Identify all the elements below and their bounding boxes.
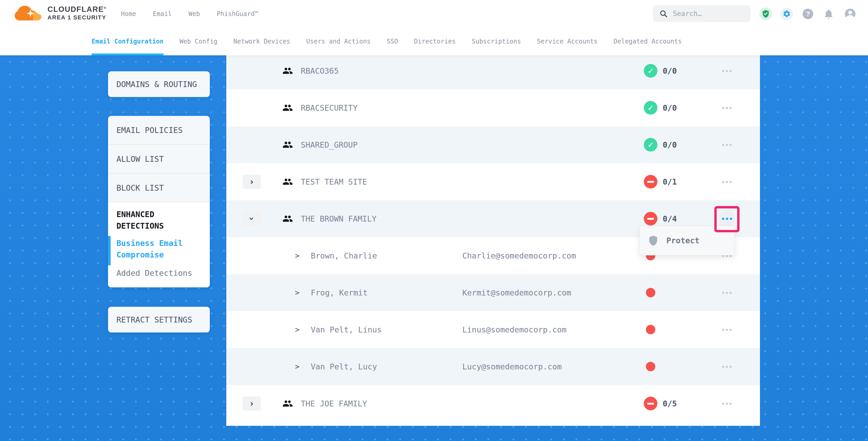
table-row-rbaco365: RBACO365 ✓ 0/0 (226, 53, 760, 89)
row-menu-button[interactable] (719, 348, 735, 385)
gear-icon (782, 10, 791, 18)
expand-row-button[interactable]: › (243, 397, 261, 411)
table-row-test-team-site: › TEST TEAM SITE 0/1 (226, 163, 760, 200)
status-badge-unprotected (644, 397, 657, 410)
nav-link-web[interactable]: Web (189, 10, 200, 18)
row-menu-button[interactable] (719, 385, 735, 422)
tab-subscriptions[interactable]: Subscriptions (472, 28, 521, 55)
tab-email-configuration[interactable]: Email Configuration (92, 28, 164, 55)
shield-check-icon (762, 10, 769, 18)
sidebar-item-email-policies[interactable]: EMAIL POLICIES (108, 116, 210, 145)
search-icon (659, 9, 668, 18)
sidebar-card-email-policies: EMAIL POLICIES ALLOW LIST BLOCK LIST ENH… (108, 116, 210, 287)
person-name: Frog, Kermit (311, 274, 368, 311)
protected-count: 0/0 (663, 126, 677, 163)
security-status-button[interactable] (760, 8, 772, 20)
row-menu-button[interactable] (719, 163, 735, 200)
active-item-indicator (108, 236, 111, 265)
chevron-right-icon[interactable]: > (295, 311, 300, 348)
person-name: Brown, Charlie (311, 237, 377, 274)
row-context-menu: Protect (639, 226, 735, 255)
status-badge-protected: ✓ (644, 138, 657, 152)
group-name: RBACSECURITY (301, 89, 358, 126)
shield-icon (649, 235, 658, 246)
nav-link-home[interactable]: Home (121, 10, 136, 18)
protected-count: 0/5 (663, 385, 677, 422)
question-mark-icon: ? (806, 10, 810, 18)
person-name: Van Pelt, Lucy (311, 348, 377, 385)
collapse-row-button[interactable]: › (243, 212, 261, 226)
avatar-icon (844, 8, 856, 20)
group-icon (282, 102, 293, 114)
chevron-right-icon: › (250, 399, 253, 408)
account-avatar[interactable] (844, 8, 856, 20)
table-row-the-joe-family: › THE JOE FAMILY 0/5 (226, 385, 760, 422)
sidebar-item-added-detections[interactable]: Added Detections (117, 267, 202, 279)
sidebar-item-retract-settings[interactable]: RETRACT SETTINGS (108, 307, 210, 333)
status-badge-protected: ✓ (644, 64, 657, 77)
menu-item-protect[interactable]: Protect (666, 236, 700, 245)
person-email: Lucy@somedemocorp.com (462, 348, 562, 385)
row-menu-button[interactable] (719, 311, 735, 348)
row-menu-button[interactable] (719, 53, 735, 89)
app-root: CLOUDFLARE® AREA 1 SECURITY Home Email W… (0, 0, 868, 441)
chevron-right-icon[interactable]: > (295, 274, 300, 311)
nav-link-phishguard[interactable]: PhishGuard™ (217, 10, 258, 18)
status-dot-unprotected (646, 362, 655, 371)
tab-delegated-accounts[interactable]: Delegated Accounts (614, 28, 682, 55)
chevron-right-icon[interactable]: > (295, 348, 300, 385)
tab-sso[interactable]: SSO (386, 28, 398, 55)
chevron-right-icon[interactable]: > (295, 237, 300, 274)
group-icon (282, 66, 293, 77)
table-row-rbacsecurity: RBACSECURITY ✓ 0/0 (226, 89, 760, 126)
notifications-button[interactable] (824, 8, 834, 20)
person-name: Van Pelt, Linus (311, 311, 382, 348)
tab-network-devices[interactable]: Network Devices (234, 28, 290, 55)
search-input[interactable] (672, 9, 744, 18)
sidebar-item-domains-routing[interactable]: DOMAINS & ROUTING (108, 71, 210, 97)
nav-link-email[interactable]: Email (153, 10, 172, 18)
status-badge-protected: ✓ (644, 101, 657, 115)
sidebar-item-enhanced-detections[interactable]: ENHANCED DETECTIONS (117, 209, 202, 232)
tab-service-accounts[interactable]: Service Accounts (537, 28, 598, 55)
group-icon (282, 213, 293, 225)
brand-subtitle: AREA 1 SECURITY (48, 14, 106, 21)
protected-count: 0/1 (663, 163, 677, 200)
tab-web-config[interactable]: Web Config (180, 28, 218, 55)
row-menu-button[interactable] (719, 126, 735, 163)
chevron-right-icon: › (250, 178, 253, 186)
top-header: CLOUDFLARE® AREA 1 SECURITY Home Email W… (0, 0, 868, 28)
top-navigation: Home Email Web PhishGuard™ (121, 0, 258, 28)
brand-mark: ® (104, 6, 106, 10)
sidebar-card-domains-routing: DOMAINS & ROUTING (108, 71, 210, 97)
bell-icon (824, 8, 834, 20)
group-name: TEST TEAM SITE (301, 163, 367, 200)
cloudflare-logo[interactable]: CLOUDFLARE® AREA 1 SECURITY (14, 4, 106, 23)
group-name: THE JOE FAMILY (301, 385, 367, 422)
group-icon (282, 398, 293, 410)
cloudflare-cloud-icon (14, 4, 44, 23)
table-row-frog-kermit: > Frog, Kermit Kermit@somedemocorp.com (226, 274, 760, 311)
help-button[interactable]: ? (803, 9, 813, 19)
protected-count: 0/0 (663, 89, 677, 126)
brand-name: CLOUDFLARE (48, 5, 104, 13)
settings-button[interactable] (780, 8, 793, 20)
tab-directories[interactable]: Directories (414, 28, 456, 55)
search-box[interactable] (653, 5, 750, 22)
row-menu-button[interactable] (719, 274, 735, 311)
sidebar-item-block-list[interactable]: BLOCK LIST (108, 174, 210, 202)
expand-row-button[interactable]: › (243, 175, 261, 189)
status-dot-unprotected (646, 325, 655, 334)
group-icon (282, 177, 293, 188)
protected-count: 0/0 (663, 53, 677, 89)
tab-users-and-actions[interactable]: Users and Actions (306, 28, 371, 55)
status-dot-unprotected (646, 288, 655, 297)
chevron-down-icon: › (248, 217, 256, 220)
sidebar-item-business-email-compromise[interactable]: Business Email Compromise (117, 238, 202, 261)
person-email: Linus@somedemocorp.com (462, 311, 566, 348)
status-badge-unprotected (644, 212, 657, 225)
group-name: SHARED_GROUP (301, 126, 358, 163)
row-menu-button-the-brown-family[interactable] (718, 210, 735, 227)
row-menu-button[interactable] (719, 89, 735, 126)
sidebar-item-allow-list[interactable]: ALLOW LIST (108, 145, 210, 174)
